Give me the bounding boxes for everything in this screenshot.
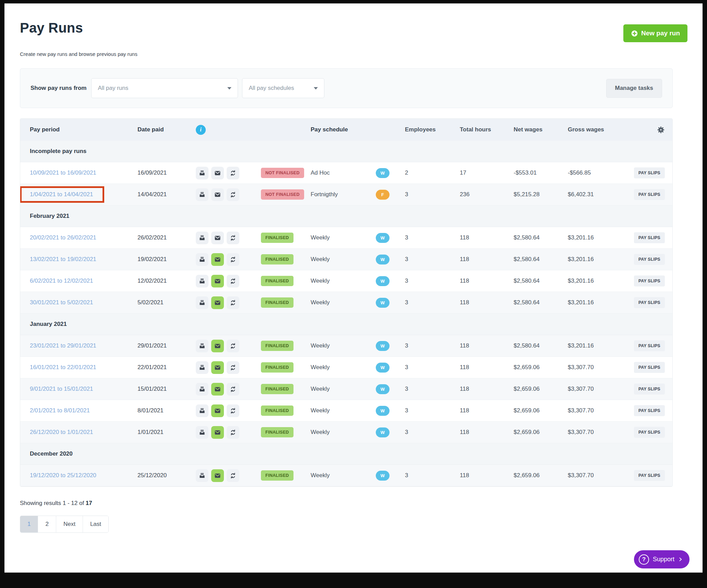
pay-period-link[interactable]: 13/02/2021 to 19/02/2021 — [30, 256, 96, 262]
pay-schedule-cell: Weekly — [311, 386, 376, 392]
email-payslips-icon[interactable] — [211, 404, 224, 417]
gross-wages-cell: $3,307.70 — [568, 364, 623, 371]
email-payslips-icon[interactable] — [211, 253, 224, 266]
recurring-sync-icon[interactable] — [227, 469, 239, 482]
results-summary-text: Showing results 1 - 12 of — [20, 500, 84, 506]
email-payslips-icon[interactable] — [211, 275, 224, 287]
recurring-sync-icon[interactable] — [227, 232, 239, 244]
pay-slips-button[interactable]: PAY SLIPS — [634, 189, 665, 200]
print-payslips-icon[interactable] — [196, 404, 208, 417]
pay-slips-button[interactable]: PAY SLIPS — [634, 232, 665, 243]
pay-slips-button[interactable]: PAY SLIPS — [634, 167, 665, 178]
pay-slips-button[interactable]: PAY SLIPS — [634, 340, 665, 351]
pay-period-link[interactable]: 19/12/2020 to 25/12/2020 — [30, 472, 96, 479]
recurring-sync-icon[interactable] — [227, 275, 239, 287]
recurring-sync-icon[interactable] — [227, 188, 239, 201]
annotation-highlight-target: 2/01/2021 to 8/01/2021 — [30, 407, 90, 414]
pay-slips-button[interactable]: PAY SLIPS — [634, 470, 665, 481]
pagination-last-button[interactable]: Last — [83, 516, 108, 532]
pay-slips-button[interactable]: PAY SLIPS — [634, 384, 665, 395]
pay-period-link[interactable]: 20/02/2021 to 26/02/2021 — [30, 234, 96, 241]
total-hours-cell: 118 — [460, 299, 514, 306]
pay-period-link[interactable]: 23/01/2021 to 29/01/2021 — [30, 342, 96, 349]
print-payslips-icon[interactable] — [196, 253, 208, 266]
date-paid-cell: 22/01/2021 — [128, 364, 187, 371]
pay-slips-button[interactable]: PAY SLIPS — [634, 427, 665, 438]
pay-period-link[interactable]: 2/01/2021 to 8/01/2021 — [30, 407, 90, 414]
pay-slips-button[interactable]: PAY SLIPS — [634, 254, 665, 265]
email-payslips-icon[interactable] — [211, 426, 224, 439]
pay-period-link[interactable]: 6/02/2021 to 12/02/2021 — [30, 278, 93, 284]
print-payslips-icon[interactable] — [196, 340, 208, 352]
chevron-down-icon — [314, 87, 318, 90]
page-title: Pay Runs — [20, 20, 83, 36]
email-payslips-icon[interactable] — [211, 340, 224, 352]
column-header-pay-schedule: Pay schedule — [311, 126, 376, 133]
pay-runs-dropdown[interactable]: All pay runs — [91, 78, 238, 98]
pay-slips-button[interactable]: PAY SLIPS — [634, 362, 665, 373]
print-payslips-icon[interactable] — [196, 188, 208, 201]
pay-runs-table: Pay period Date paid i Pay schedule Empl… — [20, 118, 673, 487]
email-payslips-icon[interactable] — [211, 232, 224, 244]
email-payslips-icon[interactable] — [211, 188, 224, 201]
new-pay-run-button[interactable]: New pay run — [623, 24, 687, 42]
print-payslips-icon[interactable] — [196, 167, 208, 179]
print-payslips-icon[interactable] — [196, 426, 208, 439]
date-paid-cell: 25/12/2020 — [128, 472, 187, 479]
print-payslips-icon[interactable] — [196, 296, 208, 309]
recurring-sync-icon[interactable] — [227, 361, 239, 374]
info-icon[interactable]: i — [196, 125, 206, 135]
chevron-down-icon — [227, 87, 231, 90]
total-hours-cell: 118 — [460, 256, 514, 263]
pagination: 12NextLast — [20, 516, 109, 533]
recurring-sync-icon[interactable] — [227, 383, 239, 396]
pay-period-link[interactable]: 9/01/2021 to 15/01/2021 — [30, 386, 93, 392]
pay-slips-button[interactable]: PAY SLIPS — [634, 297, 665, 308]
email-payslips-icon[interactable] — [211, 469, 224, 482]
recurring-sync-icon[interactable] — [227, 296, 239, 309]
recurring-sync-icon[interactable] — [227, 340, 239, 352]
table-row: 16/01/2021 to 22/01/2021 22/01/2021 — [20, 357, 672, 378]
status-badge: FINALISED — [261, 470, 293, 481]
table-row: 6/02/2021 to 12/02/2021 12/02/2021 — [20, 270, 672, 292]
section-header-row: Incomplete pay runs — [20, 141, 672, 162]
pay-period-link[interactable]: 16/01/2021 to 22/01/2021 — [30, 364, 96, 371]
pay-period-link[interactable]: 10/09/2021 to 16/09/2021 — [30, 169, 96, 176]
print-payslips-icon[interactable] — [196, 361, 208, 374]
pay-schedules-dropdown[interactable]: All pay schedules — [242, 78, 324, 98]
net-wages-cell: $2,659.06 — [514, 429, 568, 436]
schedule-frequency-badge: W — [376, 406, 390, 416]
print-payslips-icon[interactable] — [196, 275, 208, 287]
print-payslips-icon[interactable] — [196, 232, 208, 244]
pay-schedule-cell: Weekly — [311, 364, 376, 371]
pay-slips-button[interactable]: PAY SLIPS — [634, 275, 665, 286]
pay-period-link[interactable]: 1/04/2021 to 14/04/2021 — [30, 191, 93, 198]
recurring-sync-icon[interactable] — [227, 167, 239, 179]
net-wages-cell: $2,659.06 — [514, 364, 568, 371]
email-payslips-icon[interactable] — [211, 296, 224, 309]
table-row: 10/09/2021 to 16/09/2021 16/09/2021 — [20, 162, 672, 184]
pay-period-link[interactable]: 30/01/2021 to 5/02/2021 — [30, 299, 93, 306]
support-button[interactable]: ? Support — [634, 550, 690, 568]
gross-wages-cell: $3,201.16 — [568, 278, 623, 284]
email-payslips-icon[interactable] — [211, 361, 224, 374]
print-payslips-icon[interactable] — [196, 383, 208, 396]
pay-period-link[interactable]: 26/12/2020 to 1/01/2021 — [30, 429, 93, 435]
total-hours-cell: 236 — [460, 191, 514, 198]
recurring-sync-icon[interactable] — [227, 426, 239, 439]
recurring-sync-icon[interactable] — [227, 404, 239, 417]
pagination-page-1[interactable]: 1 — [20, 516, 38, 532]
manage-tasks-button[interactable]: Manage tasks — [606, 79, 662, 98]
pay-slips-button[interactable]: PAY SLIPS — [634, 405, 665, 416]
schedule-frequency-badge: W — [376, 427, 390, 437]
email-payslips-icon[interactable] — [211, 383, 224, 396]
gross-wages-cell: $3,307.70 — [568, 429, 623, 436]
gross-wages-cell: -$566.85 — [568, 169, 623, 176]
schedule-frequency-badge: W — [376, 384, 390, 394]
pagination-next-button[interactable]: Next — [56, 516, 83, 532]
email-payslips-icon[interactable] — [211, 167, 224, 179]
recurring-sync-icon[interactable] — [227, 253, 239, 266]
print-payslips-icon[interactable] — [196, 469, 208, 482]
pagination-page-2[interactable]: 2 — [38, 516, 56, 532]
gear-icon[interactable] — [657, 126, 665, 134]
